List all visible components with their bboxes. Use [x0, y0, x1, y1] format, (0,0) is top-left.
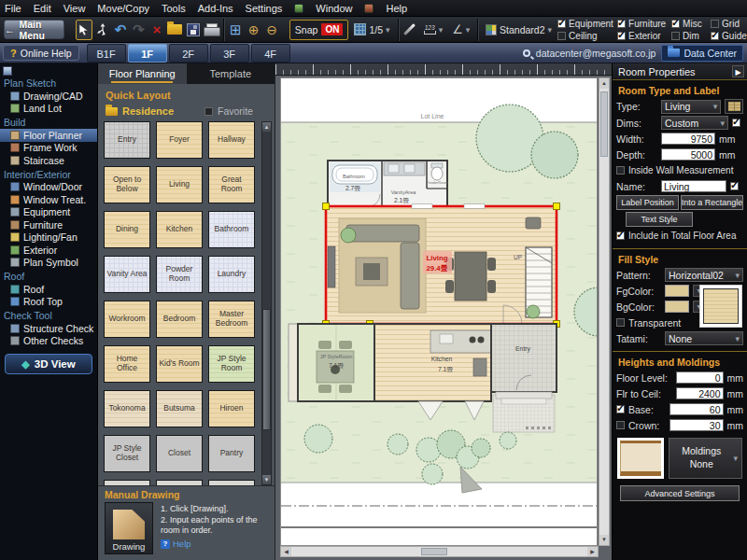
toggle-equipment[interactable]: Equipment [557, 19, 617, 29]
label-position-button[interactable]: Label Position [616, 195, 679, 210]
room-button-powder-room[interactable]: Powder Room [156, 256, 203, 293]
sidebar-item-roof-top[interactable]: Roof Top [0, 296, 97, 309]
snap-toggle[interactable]: Snap ON [289, 20, 349, 40]
toggle-ceiling[interactable]: Ceiling [557, 31, 617, 41]
menu-tools[interactable]: Tools [162, 3, 186, 14]
tab-template[interactable]: Template [187, 63, 275, 84]
addin-red-icon[interactable] [364, 4, 374, 13]
collapse-panel-button[interactable]: ▶ [732, 65, 744, 77]
scrollbar-thumb[interactable] [421, 548, 447, 555]
moldings-select[interactable]: Moldings None ▾ [669, 438, 742, 479]
room-button-bathroom[interactable]: Bathroom [208, 211, 255, 248]
addin-green-icon[interactable] [294, 4, 303, 13]
data-center-button[interactable]: Data Center [661, 45, 743, 62]
room-button-closet[interactable]: Closet [156, 435, 203, 472]
include-area-checkbox[interactable] [616, 231, 625, 240]
vertical-scrollbar[interactable]: ▲ ▼ [599, 77, 610, 546]
save-button[interactable] [185, 20, 201, 40]
sidebar-item-roof[interactable]: Roof [0, 283, 97, 296]
type-select[interactable]: Living▾ [661, 100, 721, 114]
bgcolor-swatch[interactable] [665, 301, 689, 313]
room-button-tokonoma[interactable]: Tokonoma [104, 390, 150, 427]
scrollbar-thumb[interactable] [600, 91, 608, 157]
room-button-master-bedroom[interactable]: Master Bedroom [208, 301, 255, 338]
transparent-checkbox[interactable] [616, 318, 625, 327]
depth-input[interactable]: 5000 [661, 148, 715, 161]
sidebar-item-structure-check[interactable]: Structure Check [0, 322, 97, 335]
sidebar-item-staircase[interactable]: Staircase [0, 154, 97, 167]
width-input[interactable]: 9750 [661, 133, 715, 145]
scroll-up-icon[interactable]: ▲ [599, 78, 609, 89]
scroll-up-icon[interactable]: ▲ [262, 122, 271, 132]
room-button-workroom[interactable]: Workroom [104, 301, 150, 338]
dims-checkbox[interactable] [732, 119, 740, 127]
online-help-button[interactable]: ? Online Help [3, 45, 79, 61]
menu-window[interactable]: Window [316, 3, 352, 14]
delete-button[interactable]: × [148, 20, 164, 40]
menu-move-copy[interactable]: Move/Copy [97, 3, 149, 14]
scroll-down-icon[interactable]: ▼ [262, 475, 271, 484]
room-button-hallway[interactable]: Hallway [208, 121, 255, 159]
scrollbar-thumb[interactable] [262, 309, 271, 430]
menu-add-ins[interactable]: Add-Ins [198, 3, 233, 14]
dims-select[interactable]: Custom▾ [661, 116, 728, 130]
sidebar-item-drawing-cad[interactable]: Drawing/CAD [0, 90, 97, 103]
room-button-hiroen[interactable]: Hiroen [208, 390, 255, 427]
floor-tab-3f[interactable]: 3F [210, 44, 249, 63]
sidebar-item-window-treat[interactable]: Window Treat. [0, 193, 97, 206]
sidebar-item-floor-planner[interactable]: Floor Planner [0, 129, 97, 142]
flr-to-ceil-input[interactable]: 2400 [676, 387, 724, 399]
undo-button[interactable]: ↶ [112, 20, 128, 40]
view-3d-button[interactable]: ◆ 3D View [5, 354, 92, 374]
plan-page[interactable]: Lot Line [280, 77, 598, 546]
room-button-living[interactable]: Living [156, 166, 203, 203]
toggle-guide[interactable]: Guide [711, 31, 744, 41]
menu-edit[interactable]: Edit [34, 3, 51, 14]
room-button-foyer[interactable]: Foyer [156, 121, 203, 159]
sidebar-item-frame-work[interactable]: Frame Work [0, 142, 97, 155]
category-label[interactable]: Residence [122, 105, 174, 117]
pattern-select[interactable]: Horizontal02▾ [665, 268, 743, 282]
tatami-select-button[interactable] [725, 99, 743, 114]
search-icon[interactable] [523, 49, 530, 57]
print-button[interactable] [203, 20, 218, 40]
room-button-dining[interactable]: Dining [104, 211, 150, 248]
room-button-jp-style-room[interactable]: JP Style Room [208, 345, 255, 383]
fgcolor-swatch[interactable] [665, 285, 689, 297]
scroll-right-icon[interactable]: ▶ [587, 547, 598, 556]
select-tool-button[interactable] [76, 20, 92, 40]
menu-help[interactable]: Help [386, 3, 407, 14]
sidebar-item-other-checks[interactable]: Other Checks [0, 335, 97, 348]
toggle-grid[interactable]: Grid [711, 19, 744, 29]
sidebar-item-window-door[interactable]: Window/Door [0, 181, 97, 194]
floor-tab-2f[interactable]: 2F [169, 44, 208, 63]
toggle-dim[interactable]: Dim [671, 31, 711, 41]
move-tool-button[interactable] [94, 20, 110, 40]
floor-tab-b1f[interactable]: B1F [87, 44, 126, 63]
tab-floor-planning[interactable]: Floor Planning [98, 63, 187, 84]
advanced-settings-button[interactable]: Advanced Settings [620, 485, 740, 501]
zoom-in-button[interactable]: ⊕ [246, 20, 261, 40]
sidebar-corner-icon[interactable] [3, 66, 12, 76]
panel-scrollbar[interactable]: ▲ ▼ [261, 121, 272, 485]
menu-view[interactable]: View [63, 3, 86, 14]
help-link[interactable]: ? Help [161, 539, 275, 550]
room-button-great-room[interactable]: Great Room [208, 166, 255, 203]
sidebar-item-furniture[interactable]: Furniture [0, 218, 97, 231]
name-checkbox[interactable] [730, 182, 739, 190]
toggle-misc[interactable]: Misc [671, 19, 711, 29]
entry-room[interactable] [491, 324, 557, 392]
toggle-exterior[interactable]: Exterior [617, 31, 671, 41]
sidebar-item-lighting-fan[interactable]: Lighting/Fan [0, 231, 97, 245]
dimension-dropdown[interactable]: 123 ▾ [420, 20, 447, 40]
tatami-select[interactable]: None▾ [665, 331, 743, 345]
open-button[interactable] [167, 20, 183, 40]
zoom-out-button[interactable]: ⊖ [263, 20, 279, 40]
menu-file[interactable]: File [5, 3, 21, 14]
sidebar-item-exterior[interactable]: Exterior [0, 244, 97, 257]
name-input[interactable]: Living [661, 180, 726, 192]
room-button-kitchen[interactable]: Kitchen [156, 211, 203, 248]
crown-checkbox[interactable] [616, 421, 625, 429]
room-button-home-office[interactable]: Home Office [104, 345, 150, 383]
menu-settings[interactable]: Settings [246, 3, 283, 14]
